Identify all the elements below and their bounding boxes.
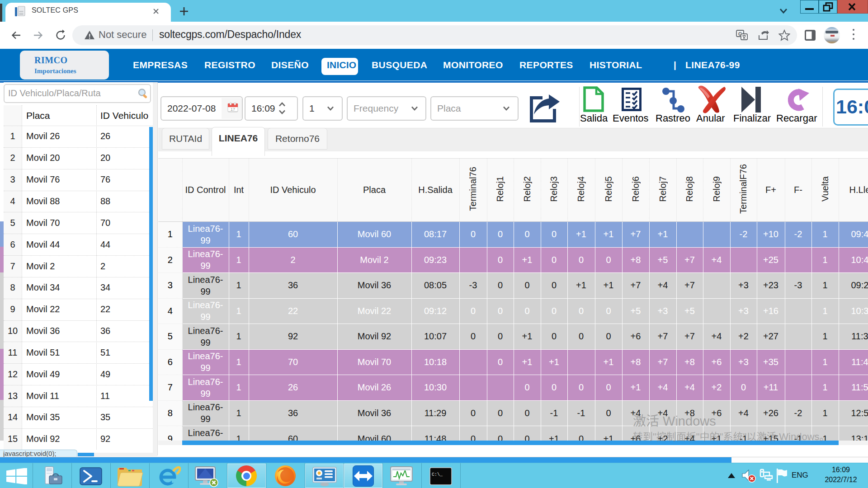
svg-text:17: 17 bbox=[231, 107, 235, 112]
svg-text:C:\_: C:\_ bbox=[432, 472, 443, 477]
